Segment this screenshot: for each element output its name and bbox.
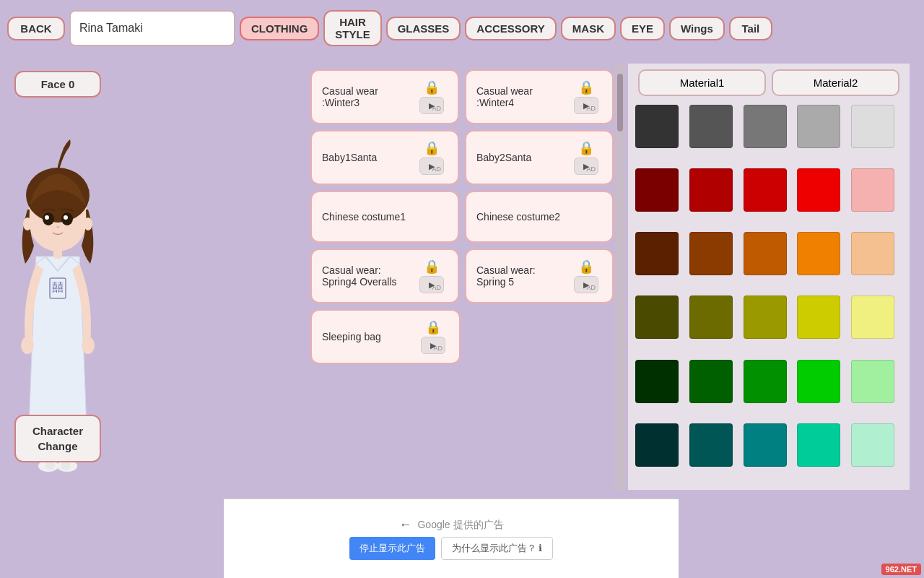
color-swatch[interactable] — [797, 296, 840, 339]
color-swatch[interactable] — [797, 423, 840, 467]
ad-stop-button[interactable]: 停止显示此广告 — [349, 537, 435, 560]
color-swatch[interactable] — [635, 296, 679, 339]
clothing-row: Casual wear:Winter3 🔒 AD Casual wear:Win… — [310, 69, 614, 124]
ad-play-button[interactable]: AD — [419, 158, 444, 175]
lock-icon: 🔒 — [424, 79, 440, 95]
ad-buttons: 停止显示此广告 为什么显示此广告？ ℹ — [349, 537, 554, 560]
color-swatch[interactable] — [689, 296, 733, 339]
color-swatch[interactable] — [635, 232, 679, 275]
color-swatch[interactable] — [635, 168, 679, 212]
svg-point-9 — [21, 337, 34, 354]
lock-icon: 🔒 — [578, 140, 594, 156]
ad-label: AD — [586, 165, 596, 173]
item-label: Chinese costume1 — [322, 211, 406, 223]
scrollbar-thumb[interactable] — [617, 74, 623, 131]
character-change-button[interactable]: CharacterChange — [14, 415, 101, 462]
ad-play-button[interactable]: AD — [574, 158, 598, 175]
left-panel: Face 0 囍 — [0, 56, 116, 578]
top-nav: BACK CLOTHING HAIRSTYLE GLASSES ACCESSOR… — [0, 0, 924, 56]
tab-hairstyle[interactable]: HAIRSTYLE — [323, 10, 381, 46]
list-item-empty — [466, 309, 614, 364]
color-swatch[interactable] — [851, 232, 894, 275]
tab-eye[interactable]: EYE — [620, 17, 665, 40]
item-label: Chinese costume2 — [476, 211, 560, 223]
color-swatch[interactable] — [797, 168, 840, 212]
ad-play-button[interactable]: AD — [419, 97, 444, 114]
tab-tail[interactable]: Tail — [729, 17, 772, 40]
list-item[interactable]: Casual wear:Winter4 🔒 AD — [465, 69, 614, 124]
ad-label: AD — [433, 345, 443, 352]
tab-mask[interactable]: MASK — [561, 17, 616, 40]
color-swatch[interactable] — [797, 232, 840, 275]
clothing-row: Casual wear:Spring4 Overalls 🔒 AD Casual… — [310, 249, 614, 303]
ad-play-button[interactable]: AD — [419, 276, 444, 293]
character-name-input[interactable] — [69, 10, 235, 46]
color-swatch[interactable] — [635, 423, 679, 467]
material1-tab[interactable]: Material1 — [638, 69, 766, 96]
list-item[interactable]: Sleeping bag 🔒 AD — [310, 309, 461, 364]
color-swatch[interactable] — [744, 360, 787, 403]
lock-icon: 🔒 — [424, 140, 440, 156]
lock-icon: 🔒 — [578, 259, 594, 275]
face-button[interactable]: Face 0 — [14, 71, 101, 98]
tab-clothing[interactable]: CLOTHING — [240, 17, 319, 40]
ad-banner: ← Google 提供的广告 停止显示此广告 为什么显示此广告？ ℹ — [224, 499, 679, 578]
color-swatch[interactable] — [689, 423, 733, 467]
color-swatch[interactable] — [689, 360, 733, 403]
ad-play-button[interactable]: AD — [421, 337, 445, 354]
lock-ad: 🔒 AD — [416, 259, 448, 293]
list-item[interactable]: Baby2Santa 🔒 AD — [465, 130, 614, 185]
color-swatch[interactable] — [689, 105, 733, 148]
color-swatch[interactable] — [744, 232, 787, 275]
info-icon: ℹ — [539, 543, 542, 553]
svg-point-16 — [45, 215, 49, 220]
material2-tab[interactable]: Material2 — [772, 69, 899, 96]
list-item[interactable]: Casual wear:Spring 5 🔒 AD — [465, 249, 614, 303]
color-swatch[interactable] — [797, 360, 840, 403]
ad-top: ← Google 提供的广告 — [398, 517, 503, 532]
color-swatch[interactable] — [797, 105, 840, 148]
list-item[interactable]: Casual wear:Spring4 Overalls 🔒 AD — [310, 249, 459, 303]
item-label: Casual wear:Spring4 Overalls — [322, 264, 397, 288]
ad-label: AD — [586, 105, 596, 112]
clothing-list: Casual wear:Winter3 🔒 AD Casual wear:Win… — [303, 64, 621, 490]
color-swatch[interactable] — [635, 105, 679, 148]
ad-back-arrow[interactable]: ← — [398, 517, 411, 532]
tab-glasses[interactable]: GLASSES — [386, 17, 461, 40]
list-item[interactable]: Baby1Santa 🔒 AD — [310, 130, 459, 185]
list-item[interactable]: Chinese costume2 — [465, 191, 614, 243]
color-swatch[interactable] — [851, 423, 894, 467]
ad-why-button[interactable]: 为什么显示此广告？ ℹ — [441, 537, 554, 560]
color-swatch[interactable] — [851, 360, 894, 403]
color-swatch[interactable] — [744, 423, 787, 467]
tab-wings[interactable]: Wings — [669, 17, 725, 40]
tab-accessory[interactable]: ACCESSORY — [465, 17, 556, 40]
item-label: Casual wear:Winter4 — [476, 85, 533, 108]
color-swatch[interactable] — [689, 168, 733, 212]
watermark: 962.NET — [881, 564, 921, 575]
color-swatch[interactable] — [744, 168, 787, 212]
list-item[interactable]: Casual wear:Winter3 🔒 AD — [310, 69, 459, 124]
list-item[interactable]: Chinese costume1 — [310, 191, 459, 243]
color-swatch[interactable] — [744, 105, 787, 148]
color-swatch[interactable] — [851, 105, 894, 148]
item-label: Casual wear:Winter3 — [322, 85, 378, 108]
scrollbar[interactable] — [615, 64, 625, 490]
lock-ad: 🔒 AD — [416, 140, 448, 175]
svg-point-18 — [23, 217, 32, 230]
color-swatch[interactable] — [851, 296, 894, 339]
clothing-row: Sleeping bag 🔒 AD — [310, 309, 614, 364]
svg-text:囍: 囍 — [52, 281, 64, 293]
color-grid — [628, 99, 910, 490]
color-panel: Material1 Material2 — [628, 64, 910, 490]
color-swatch[interactable] — [744, 296, 787, 339]
clothing-row: Chinese costume1 Chinese costume2 — [310, 191, 614, 243]
ad-play-button[interactable]: AD — [574, 97, 598, 114]
color-swatch[interactable] — [851, 168, 894, 212]
lock-ad: 🔒 AD — [417, 319, 449, 354]
color-swatch[interactable] — [689, 232, 733, 275]
back-button[interactable]: BACK — [7, 17, 65, 40]
ad-play-button[interactable]: AD — [574, 276, 598, 293]
color-swatch[interactable] — [635, 360, 679, 403]
svg-point-17 — [64, 215, 68, 220]
